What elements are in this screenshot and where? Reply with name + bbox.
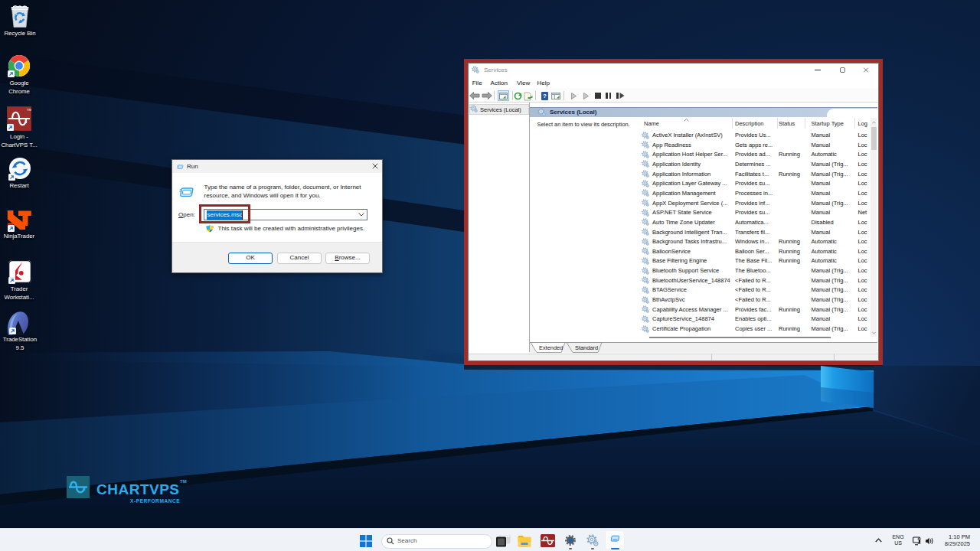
svg-text:X-PERFORMANCE: X-PERFORMANCE xyxy=(130,498,180,504)
svg-text:TM: TM xyxy=(27,108,31,112)
svg-text:Standard: Standard xyxy=(575,344,598,351)
svg-text:Extended: Extended xyxy=(539,344,563,351)
svg-text:TM: TM xyxy=(180,479,187,484)
svg-text:CHARTVPS: CHARTVPS xyxy=(96,481,180,497)
